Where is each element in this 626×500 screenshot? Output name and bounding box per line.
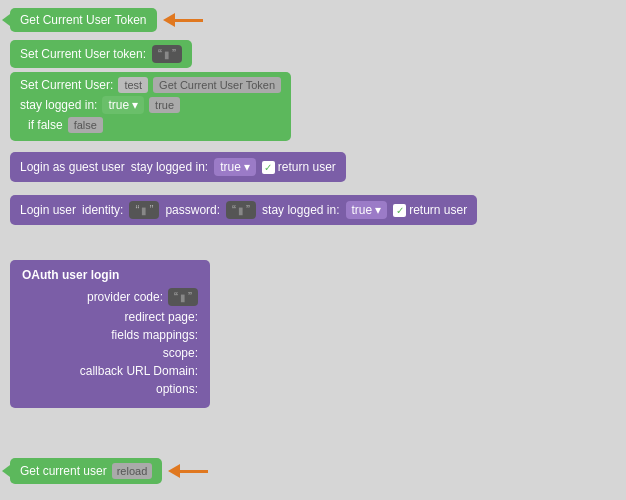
guest-logged-dropdown[interactable]: true ▾ xyxy=(214,158,256,176)
get-current-user-bottom-block[interactable]: Get current user reload xyxy=(10,458,208,484)
get-user-label: Get current user xyxy=(20,464,107,478)
login-user-label: Login user xyxy=(20,203,76,217)
user-logged-dropdown[interactable]: true ▾ xyxy=(346,201,388,219)
orange-arrow-1 xyxy=(163,13,203,27)
reload-block[interactable]: reload xyxy=(112,463,153,479)
false-val: false xyxy=(68,117,103,133)
password-label: password: xyxy=(165,203,220,217)
user-return-checkbox[interactable]: ✓ return user xyxy=(393,203,467,217)
oauth-callback-row: callback URL Domain: xyxy=(22,364,198,378)
oauth-redirect-row: redirect page: xyxy=(22,310,198,324)
user-return-label: return user xyxy=(409,203,467,217)
stay-logged-guest-label: stay logged in: xyxy=(131,160,208,174)
oauth-provider-row: provider code: “ ▮ ” xyxy=(22,288,198,306)
get-token-ref[interactable]: Get Current User Token xyxy=(153,77,281,93)
arrow-line-2 xyxy=(180,470,208,473)
checkbox-icon[interactable]: ✓ xyxy=(262,161,275,174)
stay-logged-dropdown[interactable]: true ▾ xyxy=(102,96,144,114)
provider-input[interactable]: “ ▮ ” xyxy=(168,288,198,306)
oauth-fields-row: fields mappings: xyxy=(22,328,198,342)
get-token-block[interactable]: Get Current User Token xyxy=(10,8,157,32)
fields-label: fields mappings: xyxy=(111,328,198,342)
identity-input[interactable]: “ ▮ ” xyxy=(129,201,159,219)
set-current-user-block[interactable]: Set Current User: test Get Current User … xyxy=(10,72,291,141)
identity-label: identity: xyxy=(82,203,123,217)
oauth-title: OAuth user login xyxy=(22,268,119,282)
set-current-user-token-block[interactable]: Set Current User token: “ ▮ ” xyxy=(10,40,192,68)
arrow-head-1 xyxy=(163,13,175,27)
set-user-label: Set Current User: xyxy=(20,78,113,92)
get-user-block[interactable]: Get current user reload xyxy=(10,458,162,484)
return-user-label: return user xyxy=(278,160,336,174)
password-input[interactable]: “ ▮ ” xyxy=(226,201,256,219)
stay-logged-user-label: stay logged in: xyxy=(262,203,339,217)
stay-logged-label: stay logged in: xyxy=(20,98,97,112)
get-current-user-token-block[interactable]: Get Current User Token xyxy=(10,8,203,32)
login-user-block[interactable]: Login user identity: “ ▮ ” password: “ ▮… xyxy=(10,195,477,225)
reload-label: reload xyxy=(117,465,148,477)
login-guest-label: Login as guest user xyxy=(20,160,125,174)
get-token-label: Get Current User Token xyxy=(20,13,147,27)
login-guest-block[interactable]: Login as guest user stay logged in: true… xyxy=(10,152,346,182)
set-token-label: Set Current User token: xyxy=(20,47,146,61)
true-val: true xyxy=(149,97,180,113)
oauth-options-row: options: xyxy=(22,382,198,396)
main-canvas: Get Current User Token Set Current User … xyxy=(0,0,626,500)
oauth-scope-row: scope: xyxy=(22,346,198,360)
oauth-block[interactable]: OAuth user login provider code: “ ▮ ” re… xyxy=(10,260,210,408)
scope-label: scope: xyxy=(163,346,198,360)
redirect-label: redirect page: xyxy=(125,310,198,324)
guest-return-user-checkbox[interactable]: ✓ return user xyxy=(262,160,336,174)
test-value[interactable]: test xyxy=(118,77,148,93)
arrow-line-1 xyxy=(175,19,203,22)
if-false-label: if false xyxy=(28,118,63,132)
checkbox2-icon[interactable]: ✓ xyxy=(393,204,406,217)
provider-label: provider code: xyxy=(87,290,163,304)
orange-arrow-2 xyxy=(168,464,208,478)
arrow-head-2 xyxy=(168,464,180,478)
options-label: options: xyxy=(156,382,198,396)
string-input-1[interactable]: “ ▮ ” xyxy=(152,45,182,63)
callback-label: callback URL Domain: xyxy=(80,364,198,378)
